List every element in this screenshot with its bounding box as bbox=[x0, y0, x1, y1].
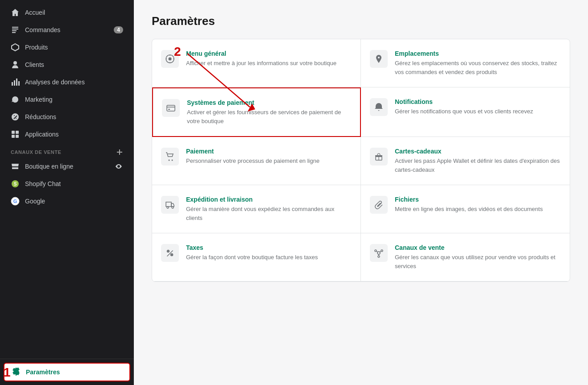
sidebar-item-parametres-label: Paramètres bbox=[26, 368, 122, 376]
svg-point-15 bbox=[169, 58, 172, 61]
sidebar-item-accueil-label: Accueil bbox=[25, 9, 123, 16]
notifications-title: Notifications bbox=[395, 98, 561, 105]
add-channel-icon[interactable] bbox=[116, 149, 123, 156]
sidebar-item-applications[interactable]: Applications bbox=[4, 126, 130, 143]
paperclip-icon bbox=[370, 196, 388, 214]
sidebar-item-analyses[interactable]: Analyses de données bbox=[4, 74, 130, 91]
sidebar-item-shopify-chat[interactable]: S Shopify Chat bbox=[4, 175, 130, 192]
sidebar-item-commandes-label: Commandes bbox=[25, 26, 108, 33]
gear-icon bbox=[12, 368, 21, 377]
svg-line-31 bbox=[380, 251, 381, 253]
sidebar-item-clients[interactable]: Clients bbox=[4, 56, 130, 73]
sidebar-item-accueil[interactable]: Accueil bbox=[4, 4, 130, 21]
svg-point-25 bbox=[171, 254, 173, 256]
sidebar-item-boutique-label: Boutique en ligne bbox=[25, 163, 109, 170]
main-content: 2 Paramètres Menu général Afficher et me… bbox=[134, 0, 588, 385]
svg-rect-3 bbox=[18, 81, 20, 86]
settings-card-taxes[interactable]: Taxes Gérer la façon dont votre boutique… bbox=[152, 233, 361, 282]
svg-point-24 bbox=[167, 250, 170, 253]
orders-icon bbox=[11, 25, 20, 34]
sidebar-item-clients-label: Clients bbox=[25, 61, 123, 68]
sidebar: Accueil Commandes 4 Produits bbox=[0, 0, 134, 385]
gift-icon bbox=[370, 148, 388, 166]
google-icon: G bbox=[11, 197, 20, 206]
svg-rect-17 bbox=[168, 109, 170, 110]
reductions-icon bbox=[11, 112, 20, 121]
sidebar-item-marketing-label: Marketing bbox=[25, 96, 123, 103]
svg-rect-7 bbox=[16, 135, 19, 138]
svg-point-23 bbox=[172, 207, 174, 208]
menu-general-title: Menu général bbox=[186, 50, 352, 57]
sidebar-item-commandes[interactable]: Commandes 4 bbox=[4, 21, 130, 38]
settings-card-systemes-paiement[interactable]: Systèmes de paiement Activer et gérer le… bbox=[152, 87, 361, 137]
settings-card-expedition[interactable]: Expédition et livraison Gérer la manière… bbox=[152, 185, 361, 233]
menu-general-desc: Afficher et mettre à jour les informatio… bbox=[186, 59, 352, 68]
sidebar-item-google-label: Google bbox=[25, 198, 123, 205]
svg-rect-5 bbox=[16, 131, 19, 134]
settings-card-notifications[interactable]: Notifications Gérer les notifications qu… bbox=[361, 87, 570, 137]
svg-text:G: G bbox=[13, 199, 17, 204]
taxes-title: Taxes bbox=[186, 244, 352, 251]
svg-line-30 bbox=[377, 251, 378, 253]
svg-rect-6 bbox=[12, 135, 15, 138]
svg-rect-4 bbox=[12, 131, 15, 134]
svg-rect-1 bbox=[14, 80, 15, 86]
notifications-content: Notifications Gérer les notifications qu… bbox=[395, 98, 561, 116]
menu-general-content: Menu général Afficher et mettre à jour l… bbox=[186, 50, 352, 68]
sidebar-item-parametres[interactable]: Paramètres bbox=[4, 363, 130, 381]
store-icon bbox=[11, 162, 20, 171]
products-icon bbox=[11, 43, 20, 52]
sidebar-item-reductions-label: Réductions bbox=[25, 113, 123, 120]
fichiers-title: Fichiers bbox=[395, 196, 561, 203]
notifications-icon bbox=[370, 98, 388, 116]
sidebar-item-applications-label: Applications bbox=[25, 131, 123, 138]
sidebar-item-shopify-chat-label: Shopify Chat bbox=[25, 180, 123, 187]
payment-provider-icon bbox=[162, 99, 180, 117]
sidebar-item-google[interactable]: G Google bbox=[4, 193, 130, 210]
emplacements-desc: Gérez les emplacements où vous conservez… bbox=[395, 59, 561, 76]
svg-point-22 bbox=[167, 207, 169, 208]
clients-icon bbox=[11, 60, 20, 69]
sidebar-item-produits-label: Produits bbox=[25, 44, 123, 51]
settings-card-cartes-cadeaux[interactable]: Cartes-cadeaux Activer les pass Apple Wa… bbox=[361, 137, 570, 185]
sidebar-item-reductions[interactable]: Réductions bbox=[4, 108, 130, 125]
eye-icon[interactable] bbox=[114, 162, 123, 171]
sidebar-item-analyses-label: Analyses de données bbox=[25, 79, 123, 86]
fichiers-content: Fichiers Mettre en ligne des images, des… bbox=[395, 196, 561, 214]
cartes-cadeaux-content: Cartes-cadeaux Activer les pass Apple Wa… bbox=[395, 148, 561, 174]
settings-card-paiement[interactable]: Paiement Personnaliser votre processus d… bbox=[152, 137, 361, 185]
home-icon bbox=[11, 8, 20, 17]
systemes-paiement-desc: Activer et gérer les fournisseurs de ser… bbox=[187, 108, 351, 125]
expedition-desc: Gérer la manière dont vous expédiez les … bbox=[186, 205, 352, 222]
emplacements-title: Emplacements bbox=[395, 50, 561, 57]
settings-card-menu-general[interactable]: Menu général Afficher et mettre à jour l… bbox=[152, 39, 361, 87]
systemes-paiement-title: Systèmes de paiement bbox=[187, 99, 351, 106]
sidebar-bottom: Paramètres 1 bbox=[0, 359, 134, 385]
settings-card-fichiers[interactable]: Fichiers Mettre en ligne des images, des… bbox=[361, 185, 570, 233]
svg-point-19 bbox=[172, 160, 173, 161]
settings-card-emplacements[interactable]: Emplacements Gérez les emplacements où v… bbox=[361, 39, 570, 87]
sidebar-nav: Accueil Commandes 4 Produits bbox=[0, 0, 134, 359]
paiement-desc: Personnaliser votre processus de paiemen… bbox=[186, 157, 352, 166]
apps-icon bbox=[11, 130, 20, 139]
svg-point-29 bbox=[378, 256, 380, 257]
svg-point-28 bbox=[381, 250, 383, 252]
svg-rect-2 bbox=[16, 79, 17, 86]
analytics-icon bbox=[11, 78, 20, 87]
sales-channels-section: CANAUX DE VENTE bbox=[0, 143, 134, 157]
svg-point-27 bbox=[375, 250, 377, 252]
emplacements-icon bbox=[370, 50, 388, 68]
svg-point-18 bbox=[169, 160, 170, 161]
paiement-title: Paiement bbox=[186, 148, 352, 155]
chat-icon: S bbox=[11, 179, 20, 188]
canaux-vente-title: Canaux de vente bbox=[395, 244, 561, 251]
cartes-cadeaux-desc: Activer les pass Apple Wallet et définir… bbox=[395, 157, 561, 174]
sales-channels-label: CANAUX DE VENTE bbox=[11, 149, 61, 155]
emplacements-content: Emplacements Gérez les emplacements où v… bbox=[395, 50, 561, 76]
sidebar-item-boutique[interactable]: Boutique en ligne bbox=[4, 158, 130, 175]
cart-icon bbox=[161, 148, 179, 166]
sidebar-item-marketing[interactable]: Marketing bbox=[4, 91, 130, 108]
sidebar-item-produits[interactable]: Produits bbox=[4, 39, 130, 56]
settings-card-canaux-vente[interactable]: Canaux de vente Gérer les canaux que vou… bbox=[361, 233, 570, 282]
settings-grid: Menu général Afficher et mettre à jour l… bbox=[152, 39, 570, 282]
